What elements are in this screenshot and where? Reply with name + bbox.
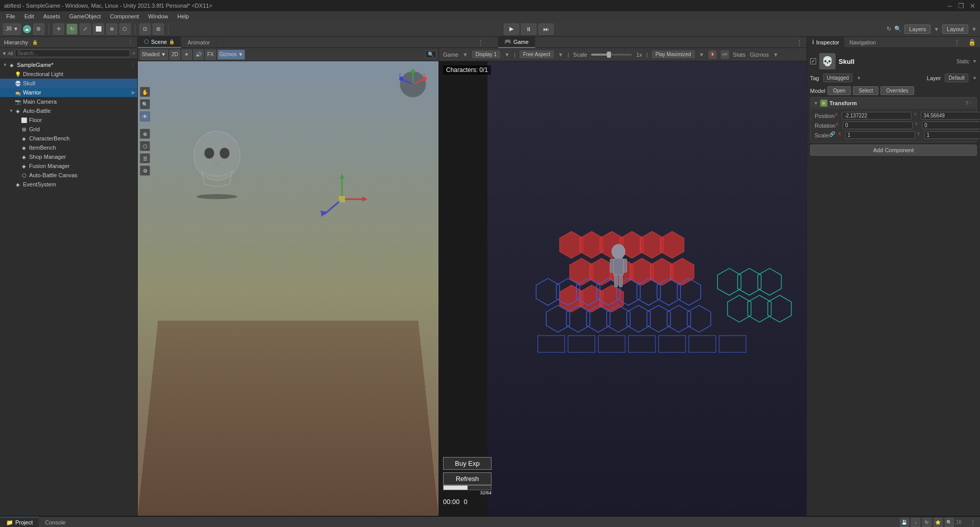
hier-item-itembench[interactable]: ◈ ItemBench <box>0 143 137 152</box>
hier-item-canvas[interactable]: ⬡ Auto-Battle Canvas <box>0 171 137 180</box>
transform-tool[interactable]: ⊕ <box>106 23 117 35</box>
scene-extra-tool-4[interactable]: ⚙ <box>140 165 150 176</box>
light-btn[interactable]: ☀ <box>182 50 192 60</box>
hierarchy-all-btn[interactable]: ▼ All <box>2 51 13 56</box>
menu-window[interactable]: Window <box>144 12 172 20</box>
menu-component[interactable]: Component <box>106 12 143 20</box>
menu-gameobject[interactable]: GameObject <box>65 12 105 20</box>
hier-item-dirlight[interactable]: 💡 Directional Light <box>0 69 137 79</box>
scale-slider[interactable] <box>591 54 632 56</box>
pivot-btn[interactable]: ⊡ <box>139 23 151 35</box>
game-canvas[interactable]: Characters: 0/1 Buy Exp Refresh 32/64 <box>439 61 806 516</box>
scene-search[interactable]: 🔍 <box>425 51 436 58</box>
layout-dropdown[interactable]: Layout <box>942 25 968 34</box>
scene-zoom-tool[interactable]: 🔍 <box>140 99 150 109</box>
scale-tool[interactable]: ⤢ <box>80 23 91 35</box>
hier-item-grid[interactable]: ⊞ Grid <box>0 125 137 134</box>
rect-tool[interactable]: ⬜ <box>93 23 104 35</box>
fx-btn[interactable]: FX <box>205 50 216 60</box>
layer-dropdown[interactable]: Default <box>945 74 968 82</box>
hier-item-autobattle[interactable]: ▼ ◈ Auto-Battle <box>0 106 137 115</box>
tab-game[interactable]: 🎮 Game <box>498 37 535 48</box>
hier-item-maincamera[interactable]: 📷 Main Camera <box>0 97 137 106</box>
menu-help[interactable]: Help <box>173 12 193 20</box>
scene-extra-tool-1[interactable]: ⊕ <box>140 129 150 139</box>
aspect-dropdown[interactable]: Free Aspect <box>520 51 554 58</box>
play-maximized-dropdown[interactable]: Play Maximized <box>652 51 695 58</box>
rot-y-field[interactable] <box>922 122 980 129</box>
audio-btn[interactable]: 🔊 <box>193 50 204 60</box>
pos-y-field[interactable] <box>921 112 980 119</box>
scene-extra-tool-2[interactable]: ⬡ <box>140 141 150 151</box>
proj-search-btn[interactable]: 🔍 <box>945 518 954 527</box>
proj-import-btn[interactable]: ↓ <box>911 518 920 527</box>
mute-btn[interactable]: 🔇 <box>708 51 717 59</box>
hier-item-charbench[interactable]: ◈ CharacterBench <box>0 134 137 143</box>
game-view[interactable]: Game ▼ Display 1 ▼ | Free Aspect ▼ | Sca… <box>439 48 806 516</box>
custom-tool[interactable]: ⬡ <box>119 23 131 35</box>
menu-edit[interactable]: Edit <box>20 12 38 20</box>
tab-animator[interactable]: Animator <box>181 37 216 48</box>
vr-btn[interactable]: VR <box>721 51 729 59</box>
settings-btn[interactable]: ⚙ <box>33 23 44 35</box>
account-dropdown[interactable]: JR ▼ <box>3 23 21 35</box>
pause-button[interactable]: ⏸ <box>521 23 536 35</box>
hier-item-eventsystem[interactable]: ◈ EventSystem <box>0 180 137 189</box>
menu-assets[interactable]: Assets <box>39 12 64 20</box>
scale-handle[interactable] <box>607 52 611 58</box>
gizmos-btn[interactable]: Gizmos <box>750 52 769 58</box>
refresh-button[interactable]: Refresh <box>443 472 492 485</box>
restore-button[interactable]: ❐ <box>958 2 965 9</box>
minimize-button[interactable]: ─ <box>946 2 953 9</box>
tab-project[interactable]: 📁 Project <box>0 517 39 528</box>
hier-item-shopmanager[interactable]: ◈ Shop Manager <box>0 152 137 161</box>
tag-dropdown[interactable]: Untagged <box>823 74 852 82</box>
hierarchy-search[interactable] <box>15 50 130 57</box>
rotate-tool[interactable]: ↻ <box>66 23 78 35</box>
scale-x-field[interactable] <box>845 131 915 139</box>
inspector-lock[interactable]: 🔒 <box>964 39 980 46</box>
stats-btn[interactable]: Stats <box>733 52 746 58</box>
play-button[interactable]: ▶ <box>504 23 519 35</box>
tab-scene[interactable]: ⬡ Scene 🔒 <box>138 37 181 48</box>
scale-y-field[interactable] <box>924 131 980 139</box>
proj-star-btn[interactable]: ⭐ <box>934 518 943 527</box>
scale-lock-icon[interactable]: 🔗 <box>829 131 835 139</box>
move-tool[interactable]: ✛ <box>53 23 64 35</box>
scene-extra-tool-3[interactable]: ☰ <box>140 153 150 163</box>
model-open-btn[interactable]: Open <box>827 86 851 95</box>
proj-save-btn[interactable]: 💾 <box>900 518 909 527</box>
transform-menu[interactable]: ⋮ <box>968 101 973 106</box>
hier-item-warrior[interactable]: 🧙 Warrior ▶ <box>0 88 137 97</box>
proj-sync-btn[interactable]: ↻ <box>922 518 932 527</box>
tab-console[interactable]: Console <box>39 517 71 528</box>
scene-hand-tool[interactable]: ✋ <box>140 87 150 97</box>
bottom-menu-icon[interactable]: ⋮ <box>966 519 980 526</box>
layers-dropdown[interactable]: Layers <box>904 25 930 34</box>
rot-x-field[interactable] <box>843 122 913 129</box>
object-enabled-checkbox[interactable]: ✓ <box>810 58 816 64</box>
2d-btn[interactable]: 2D <box>169 50 180 60</box>
scene-eye-tool[interactable]: 👁 <box>140 111 150 122</box>
pos-x-field[interactable] <box>842 112 912 119</box>
scene-canvas[interactable]: X Y Z ✋ 🔍 <box>138 61 438 516</box>
step-button[interactable]: ⏭ <box>538 23 554 35</box>
buy-exp-button[interactable]: Buy Exp <box>443 457 492 470</box>
scene-menu-icon[interactable]: ⋮ <box>474 39 488 46</box>
menu-file[interactable]: File <box>2 12 19 20</box>
add-component-button[interactable]: Add Component <box>810 145 977 156</box>
hier-item-skull[interactable]: 💀 Skull <box>0 79 137 88</box>
hierarchy-add-btn[interactable]: + <box>132 51 135 56</box>
close-button[interactable]: ✕ <box>969 2 976 9</box>
local-btn[interactable]: ⊞ <box>153 23 164 35</box>
hier-item-samplegame[interactable]: ▼ ◈ SampleGame* ⋮ <box>0 60 137 69</box>
shaded-btn[interactable]: Shaded ▼ <box>140 50 168 60</box>
hier-item-floor[interactable]: ⬜ Floor <box>0 115 137 125</box>
game-menu-icon[interactable]: ⋮ <box>792 39 806 46</box>
tab-navigation[interactable]: Navigation <box>844 37 881 48</box>
model-select-btn[interactable]: Select <box>853 86 878 95</box>
tab-inspector[interactable]: ℹ Inspector <box>807 37 844 48</box>
inspector-menu[interactable]: ⋮ <box>950 39 964 46</box>
display-dropdown[interactable]: Display 1 <box>472 51 500 58</box>
scene-view[interactable]: Shaded ▼ 2D ☀ 🔊 FX Gizmos ▼ 🔍 <box>138 48 439 516</box>
